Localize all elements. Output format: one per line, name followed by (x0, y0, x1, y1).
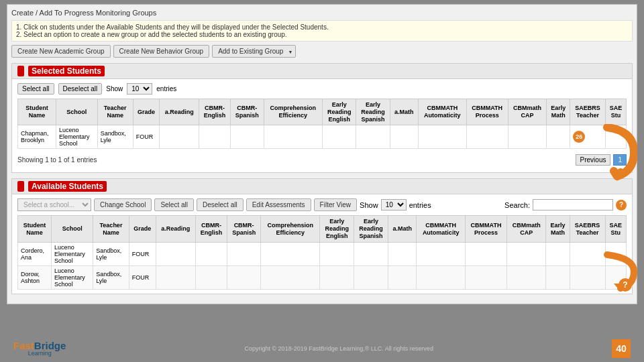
cell-teacher: Sandbox,Lyle (97, 125, 133, 149)
school-select[interactable]: Select a school... (17, 198, 91, 211)
cell-early-read-sp (356, 125, 390, 149)
col-cbmmath-cap: CBMmathCAP (508, 99, 547, 125)
avail-col-areading: a.Reading (156, 216, 195, 242)
footer-copyright: Copyright © 2018-2019 FastBridge Learnin… (244, 345, 433, 352)
col-cbmr-sp: CBMR-Spanish (230, 99, 264, 125)
cell-grade: FOUR (133, 125, 160, 149)
avail-col-saebrs: SAEBRSTeacher (570, 216, 605, 242)
col-student-name: StudentName (18, 99, 56, 125)
avail-col-cbmmath-cap: CBMmathCAP (507, 216, 546, 242)
entries-label: entries (156, 85, 176, 93)
cell-cbmr-sp (230, 125, 264, 149)
action-buttons: Create New Academic Group Create New Beh… (11, 45, 633, 58)
col-early-read-sp: EarlyReadingSpanish (356, 99, 390, 125)
col-amath: a.Math (390, 99, 418, 125)
search-help-icon[interactable]: ? (616, 200, 627, 210)
available-students-header: Available Students (12, 179, 632, 194)
cell-early-read-en (323, 125, 356, 149)
selected-students-header: Selected Students (12, 64, 632, 79)
avail-col-early-math: EarlyMath (546, 216, 570, 242)
avail-col-cbmmath-proc: CBMMATHProcess (465, 216, 506, 242)
table-row[interactable]: Dorow,Ashton LucenoElementarySchool Sand… (18, 265, 627, 289)
cell-comp-eff (264, 125, 323, 149)
cell-saebrs: 26 (570, 125, 606, 149)
change-school-button[interactable]: Change School (94, 198, 152, 211)
available-header-badge (17, 181, 24, 192)
cell-cbmmath-proc (466, 125, 508, 149)
avail-col-school: School (52, 216, 93, 242)
col-cbmmath-auto: CBMMATHAutomaticity (419, 99, 467, 125)
avail-col-teacher: TeacherName (93, 216, 129, 242)
page-number-badge: 40 (612, 339, 631, 358)
col-comp-eff: ComprehensionEfficiency (264, 99, 323, 125)
cell-cbmr-en (199, 125, 231, 149)
table-row[interactable]: Cordero,Ana LucenoElementarySchool Sandb… (18, 242, 627, 265)
cell-cbmmath-auto (419, 125, 467, 149)
col-grade: Grade (133, 99, 160, 125)
avail-col-cbmr-sp: CBMR-Spanish (227, 216, 261, 242)
add-existing-button[interactable]: Add to Existing Group (212, 45, 296, 58)
available-deselect-all-button[interactable]: Deselect all (197, 198, 244, 211)
selected-students-table: StudentName School TeacherName Grade a.R… (17, 99, 627, 149)
selected-students-section: Selected Students Select all Deselect al… (11, 63, 633, 173)
edit-assessments-button[interactable]: Edit Assessments (246, 198, 311, 211)
previous-page-button[interactable]: Previous (576, 154, 611, 166)
cell-early-math (547, 125, 570, 149)
avail-cell-student1: Cordero,Ana (18, 242, 52, 265)
avail-col-grade: Grade (129, 216, 156, 242)
available-entries-select[interactable]: 102550 (381, 199, 407, 210)
avail-col-amath: a.Math (388, 216, 417, 242)
avail-entries-label: entries (409, 201, 431, 209)
brand-logo: FastBridge Learning (13, 341, 66, 357)
available-students-section: Available Students Select a school... Ch… (11, 178, 633, 294)
col-teacher: TeacherName (97, 99, 133, 125)
selected-entries-select[interactable]: 102550 (127, 83, 152, 95)
available-controls: Select a school... Change School Select … (17, 198, 627, 211)
cell-student-name: Chapman,Brooklyn (18, 125, 56, 149)
create-behavior-button[interactable]: Create New Behavior Group (113, 45, 210, 58)
selected-table-controls: Select all Deselect all Show 102550 entr… (17, 83, 627, 95)
avail-col-cbmmath-auto: CBMMATHAutomaticity (417, 216, 465, 242)
create-academic-button[interactable]: Create New Academic Group (11, 45, 111, 58)
selected-header-badge (17, 66, 24, 76)
cell-cbmmath-cap (508, 125, 547, 149)
selected-deselect-all-button[interactable]: Deselect all (58, 83, 103, 95)
table-row[interactable]: Chapman,Brooklyn LucenoElementarySchool … (18, 125, 627, 149)
col-areading: a.Reading (160, 99, 199, 125)
avail-col-sae-stu: SAEStu (605, 216, 626, 242)
col-school: School (56, 99, 98, 125)
col-early-read-en: EarlyReadingEnglish (323, 99, 356, 125)
selected-showing-text: Showing 1 to 1 of 1 entries (17, 155, 97, 165)
selected-select-all-button[interactable]: Select all (17, 83, 54, 95)
available-students-table: StudentName School TeacherName Grade a.R… (17, 215, 627, 289)
cell-amath (390, 125, 418, 149)
available-select-all-button[interactable]: Select all (154, 198, 194, 211)
col-early-math: EarlyMath (547, 99, 570, 125)
col-sae-stu: SAEStu (605, 99, 626, 125)
filter-view-button[interactable]: Filter View (314, 198, 358, 211)
help-circle-decoration[interactable]: ? (619, 278, 632, 292)
avail-col-cbmr-en: CBMR-English (195, 216, 227, 242)
avail-col-early-read-sp: EarlyReadingSpanish (354, 216, 388, 242)
cell-school: LucenoElementarySchool (56, 125, 98, 149)
show-label: Show (106, 85, 123, 93)
avail-col-comp-eff: ComprehensionEfficiency (261, 216, 320, 242)
avail-show-label: Show (360, 201, 378, 209)
col-cbmmath-proc: CBMMATHProcess (466, 99, 508, 125)
avail-cell-student2: Dorow,Ashton (18, 265, 52, 289)
selected-pagination: Previous 1 (576, 152, 627, 168)
breadcrumb: Create / Add To Progress Monitoring Grou… (11, 9, 633, 17)
search-label: Search: (504, 201, 530, 209)
cell-sae-stu (605, 125, 626, 149)
info-box: 1. Click on students under the Available… (11, 20, 633, 42)
avail-col-early-read-en: EarlyReadingEnglish (320, 216, 354, 242)
col-saebrs: SAEBRSTeacher (570, 99, 606, 125)
score-badge: 26 (573, 131, 585, 143)
col-cbmr-en: CBMR-English (199, 99, 231, 125)
search-input[interactable] (533, 199, 613, 210)
current-page: 1 (613, 154, 627, 166)
brand-learning: Learning (13, 351, 66, 357)
avail-col-student-name: StudentName (18, 216, 52, 242)
cell-areading (160, 125, 199, 149)
